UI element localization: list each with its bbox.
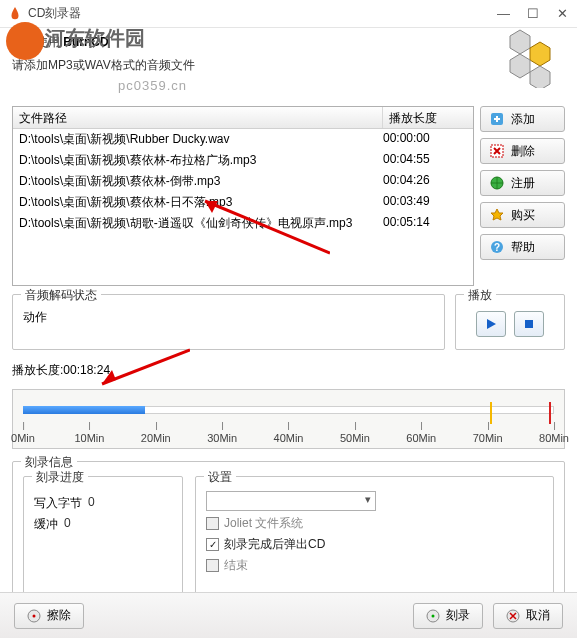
svg-rect-11	[525, 320, 533, 328]
svg-marker-10	[487, 319, 496, 329]
timeline-label: 播放长度:00:18:24	[0, 350, 577, 383]
svg-point-13	[33, 614, 36, 617]
delete-button[interactable]: 删除	[480, 138, 565, 164]
timeline-tick: 20Min	[141, 432, 171, 444]
timeline-tick: 10Min	[74, 432, 104, 444]
cancel-icon	[506, 609, 520, 623]
timeline-tick: 80Min	[539, 432, 569, 444]
play-group: 播放	[455, 294, 565, 350]
column-header-path[interactable]: 文件路径	[13, 107, 383, 128]
file-row[interactable]: D:\tools\桌面\新视频\蔡依林-布拉格广场.mp300:04:55	[13, 150, 473, 171]
decode-status-group: 音频解码状态 动作	[12, 294, 445, 350]
cancel-button[interactable]: 取消	[493, 603, 563, 629]
file-row[interactable]: D:\tools\桌面\新视频\蔡依林-日不落.mp300:03:49	[13, 192, 473, 213]
svg-marker-3	[530, 66, 550, 88]
disc-erase-icon	[27, 609, 41, 623]
bytes-value: 0	[88, 495, 95, 512]
file-duration: 00:04:55	[383, 152, 467, 169]
globe-icon	[489, 175, 505, 191]
svg-marker-7	[491, 209, 503, 220]
timeline-tick: 70Min	[473, 432, 503, 444]
burn-progress-group: 刻录进度 写入字节0 缓冲0	[23, 476, 183, 600]
watermark-logo	[6, 22, 44, 60]
help-icon: ?	[489, 239, 505, 255]
disc-burn-icon	[426, 609, 440, 623]
erase-button[interactable]: 擦除	[14, 603, 84, 629]
svg-marker-1	[530, 42, 550, 66]
column-header-duration[interactable]: 播放长度	[383, 107, 473, 128]
file-path: D:\tools\桌面\新视频\蔡依林-倒带.mp3	[19, 173, 383, 190]
checkbox-finalize	[206, 559, 219, 572]
svg-text:?: ?	[494, 242, 500, 253]
timeline-fill	[23, 406, 145, 414]
buy-button[interactable]: 购买	[480, 202, 565, 228]
burn-info-group: 刻录信息 刻录进度 写入字节0 缓冲0 设置 Joliet 文件系统 ✓刻录完成…	[12, 461, 565, 611]
svg-point-15	[432, 614, 435, 617]
file-list[interactable]: 文件路径 播放长度 D:\tools\桌面\新视频\Rubber Ducky.w…	[12, 106, 474, 286]
add-button[interactable]: 添加	[480, 106, 565, 132]
hexagon-decoration-icon	[475, 28, 565, 88]
svg-marker-2	[510, 54, 530, 78]
timeline-tick: 50Min	[340, 432, 370, 444]
decode-action-label: 动作	[23, 309, 434, 326]
file-duration: 00:00:00	[383, 131, 467, 148]
file-duration: 00:05:14	[383, 215, 467, 232]
drive-dropdown[interactable]	[206, 491, 376, 511]
file-row[interactable]: D:\tools\桌面\新视频\胡歌-逍遥叹《仙剑奇侠传》电视原声.mp300:…	[13, 213, 473, 234]
play-button[interactable]	[476, 311, 506, 337]
file-path: D:\tools\桌面\新视频\蔡依林-布拉格广场.mp3	[19, 152, 383, 169]
timeline[interactable]: 0Min10Min20Min30Min40Min50Min60Min70Min8…	[12, 389, 565, 449]
play-icon	[485, 318, 497, 330]
delete-icon	[489, 143, 505, 159]
burn-settings-group: 设置 Joliet 文件系统 ✓刻录完成后弹出CD 结束	[195, 476, 554, 600]
checkbox-joliet	[206, 517, 219, 530]
checkbox-eject[interactable]: ✓	[206, 538, 219, 551]
burn-button[interactable]: 刻录	[413, 603, 483, 629]
timeline-tick: 60Min	[406, 432, 436, 444]
close-button[interactable]: ✕	[557, 8, 569, 20]
buffer-value: 0	[64, 516, 71, 533]
stop-button[interactable]	[514, 311, 544, 337]
file-row[interactable]: D:\tools\桌面\新视频\Rubber Ducky.wav00:00:00	[13, 129, 473, 150]
register-button[interactable]: 注册	[480, 170, 565, 196]
timeline-tick: 40Min	[274, 432, 304, 444]
timeline-tick: 0Min	[11, 432, 35, 444]
cart-icon	[489, 207, 505, 223]
file-path: D:\tools\桌面\新视频\蔡依林-日不落.mp3	[19, 194, 383, 211]
watermark-text: 河东软件园	[45, 25, 145, 52]
minimize-button[interactable]: —	[497, 8, 509, 20]
help-button[interactable]: ? 帮助	[480, 234, 565, 260]
file-path: D:\tools\桌面\新视频\胡歌-逍遥叹《仙剑奇侠传》电视原声.mp3	[19, 215, 383, 232]
stop-icon	[523, 318, 535, 330]
file-path: D:\tools\桌面\新视频\Rubber Ducky.wav	[19, 131, 383, 148]
watermark-url: pc0359.cn	[118, 78, 187, 93]
window-title: CD刻录器	[28, 5, 497, 22]
timeline-tick: 30Min	[207, 432, 237, 444]
file-duration: 00:04:26	[383, 173, 467, 190]
maximize-button[interactable]: ☐	[527, 8, 539, 20]
file-duration: 00:03:49	[383, 194, 467, 211]
app-flame-icon	[8, 7, 22, 21]
music-add-icon	[489, 111, 505, 127]
svg-marker-0	[510, 30, 530, 54]
file-row[interactable]: D:\tools\桌面\新视频\蔡依林-倒带.mp300:04:26	[13, 171, 473, 192]
